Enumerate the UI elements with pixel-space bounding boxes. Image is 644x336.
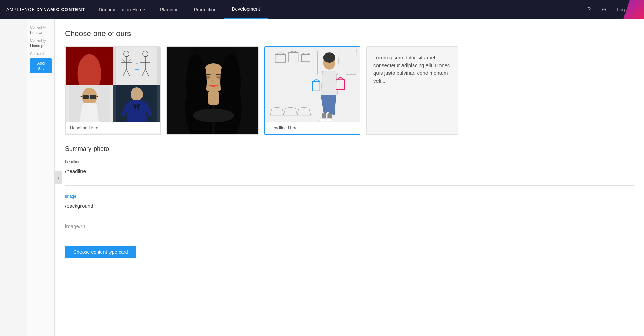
content-type-value-2: Home pa... <box>30 44 52 48</box>
card-fashion-collage-label: Headline Here <box>66 122 160 133</box>
fashion-sketch-illustration <box>265 47 360 122</box>
choose-content-type-dialog: Choose one of ours <box>55 19 644 336</box>
image-alt-field-group: imageAlt <box>65 220 634 232</box>
svg-rect-4 <box>69 47 83 85</box>
card-img-sunglasses-woman <box>66 85 113 122</box>
sunglasses-woman-illustration <box>69 85 110 122</box>
card-fashion-collage[interactable]: Headline Here <box>65 46 161 135</box>
svg-rect-19 <box>83 95 89 99</box>
content-type-cards-row: Headline Here <box>65 46 634 135</box>
tab-development[interactable]: Development <box>224 0 268 19</box>
add-content-label: Add cont... <box>30 52 52 56</box>
left-panel: Content ty... https://s... Content ty...… <box>27 19 55 336</box>
svg-point-33 <box>206 76 210 79</box>
image-field-label: image <box>65 194 634 199</box>
image-alt-field-placeholder[interactable]: imageAlt <box>65 220 634 232</box>
svg-point-36 <box>193 109 234 122</box>
gear-icon[interactable]: ⚙ <box>598 3 610 16</box>
svg-rect-0 <box>69 47 110 85</box>
sketch-figures-illustration <box>116 47 157 85</box>
section-title: Summary-photo <box>65 145 634 153</box>
choose-content-type-card-button[interactable]: Choose content type card <box>65 246 136 258</box>
add-content-button[interactable]: Add a... <box>30 58 52 73</box>
chevron-down-icon: ▾ <box>143 8 145 11</box>
main-content: Content ty... https://s... Content ty...… <box>27 19 644 336</box>
svg-rect-3 <box>85 66 94 78</box>
svg-point-42 <box>323 52 335 63</box>
card-img-red-dress <box>66 47 113 85</box>
image-field-value[interactable]: /background <box>65 200 634 212</box>
headline-field-label: headline <box>65 159 634 164</box>
headline-field-value[interactable]: /headline <box>65 166 634 177</box>
content-type-label-2: Content ty... <box>30 39 52 43</box>
svg-rect-35 <box>208 91 219 105</box>
svg-point-2 <box>83 54 96 68</box>
svg-point-27 <box>128 100 145 107</box>
brand-amplience-label: AMPLIENCE <box>6 7 35 12</box>
card-fashion-sketch-label: Headline Here <box>265 122 360 133</box>
sidebar-collapse-button[interactable]: ‹ <box>55 171 62 184</box>
svg-point-26 <box>131 87 143 101</box>
card-fashion-sketch[interactable]: Headline Here <box>264 46 360 135</box>
card-img-sketch-figures <box>113 47 160 85</box>
tab-planning[interactable]: Planning <box>152 0 186 19</box>
svg-point-1 <box>80 62 99 85</box>
card-lorem-text[interactable]: Lorem ipsum dolor sit amet, consectetur … <box>366 46 458 135</box>
content-type-value-1: https://s... <box>30 31 52 35</box>
brand: AMPLIENCE DYNAMIC CONTENT <box>0 0 91 19</box>
card-fashion-sketch-image <box>265 47 360 122</box>
svg-point-34 <box>216 76 221 79</box>
card-img-man-suit <box>113 85 160 122</box>
svg-rect-5 <box>116 47 157 85</box>
brand-dynamic-label: DYNAMIC CONTENT <box>36 7 85 12</box>
tab-docs-hub-label: Documentation Hub <box>99 7 141 12</box>
card-lorem-text-content: Lorem ipsum dolor sit amet, consectetur … <box>373 54 451 85</box>
svg-rect-20 <box>90 95 96 99</box>
tab-development-label: Development <box>232 6 260 12</box>
chevron-left-icon: ‹ <box>58 175 59 180</box>
field-divider <box>65 185 634 186</box>
tab-production[interactable]: Production <box>186 0 224 19</box>
dialog-title: Choose one of ours <box>65 29 634 38</box>
content-type-label-1: Content ty... <box>30 26 52 29</box>
topbar: AMPLIENCE DYNAMIC CONTENT Documentation … <box>0 0 644 19</box>
man-suit-illustration <box>116 85 157 122</box>
image-field-group: image /background <box>65 194 634 212</box>
help-icon[interactable]: ? <box>583 3 595 16</box>
brand-accent-decoration <box>623 0 644 19</box>
card-portrait-image <box>167 47 258 134</box>
card-fashion-collage-image-grid <box>66 47 160 122</box>
nav-tabs: Documentation Hub ▾ Planning Production … <box>91 0 268 19</box>
svg-point-24 <box>82 103 97 108</box>
red-dress-illustration <box>69 47 110 85</box>
portrait-illustration <box>167 47 258 134</box>
headline-field-group: headline /headline <box>65 159 634 177</box>
card-portrait[interactable] <box>166 46 259 135</box>
tab-docs-hub[interactable]: Documentation Hub ▾ <box>91 0 152 19</box>
tab-production-label: Production <box>194 7 217 12</box>
tab-planning-label: Planning <box>160 7 179 12</box>
